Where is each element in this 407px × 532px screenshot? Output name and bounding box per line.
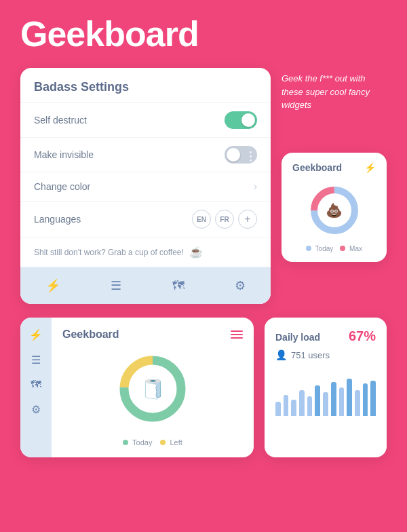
settings-nav: ⚡ ☰ 🗺 ⚙ <box>20 267 271 304</box>
toggle-make-invisible[interactable] <box>225 146 257 164</box>
dash-title: Geekboard <box>62 328 119 341</box>
bar-3 <box>291 400 296 417</box>
setting-row-make-invisible: Make invisible <box>20 137 271 172</box>
toggle-line <box>250 121 252 123</box>
setting-label-make-invisible: Make invisible <box>34 149 94 160</box>
top-section: Badass Settings Self destruct Make invis… <box>0 61 407 318</box>
toggle-self-destruct[interactable] <box>225 111 257 129</box>
bar-10 <box>347 379 352 416</box>
bar-7 <box>323 392 328 416</box>
settings-title: Badass Settings <box>20 68 271 102</box>
users-icon: 👤 <box>275 349 287 360</box>
chevron-icon: › <box>254 180 257 193</box>
nav-map[interactable]: 🗺 <box>167 276 190 296</box>
legend-dot-left <box>160 440 166 445</box>
daily-percent: 67% <box>349 328 376 344</box>
bar-12 <box>363 383 368 416</box>
legend-max: Max <box>340 245 362 252</box>
lang-badge-add[interactable]: + <box>238 210 257 229</box>
bar-chart <box>275 368 376 416</box>
daily-header: Daily load 67% <box>275 328 376 344</box>
settings-card: Badass Settings Self destruct Make invis… <box>20 68 271 304</box>
bar-2 <box>284 395 289 417</box>
dashboard-main: Geekboard 🧻 Today <box>52 318 254 457</box>
nav-bolt[interactable]: ⚡ <box>40 276 66 296</box>
daily-card: Daily load 67% 👤 751 users <box>265 318 387 457</box>
tagline: Geek the f*** out with these super cool … <box>282 68 376 112</box>
legend-today: Today <box>306 245 333 252</box>
legend-today-large: Today <box>123 438 152 446</box>
legend-today-label: Today <box>315 245 334 252</box>
widget-title: Geekboard <box>292 162 342 173</box>
toggle-lines <box>250 151 252 162</box>
lang-badge-fr[interactable]: FR <box>215 210 234 229</box>
nav-menu[interactable]: ☰ <box>105 276 127 296</box>
bar-8 <box>331 382 336 416</box>
coffee-text: Shit still don't work? Grab a cup of cof… <box>34 248 184 257</box>
setting-row-languages: Languages EN FR + <box>20 201 271 237</box>
legend-left-label: Left <box>170 438 182 446</box>
bar-5 <box>307 396 313 416</box>
donut-container-small: 💩 <box>292 180 376 241</box>
dash-header: Geekboard <box>62 328 243 341</box>
toggle-line <box>250 117 252 119</box>
toilet-paper-emoji: 🧻 <box>141 378 165 400</box>
lang-badge-en[interactable]: EN <box>192 210 211 229</box>
legend-dot-max <box>340 246 345 251</box>
bar-13 <box>370 381 376 416</box>
setting-label-self-destruct: Self destruct <box>34 115 87 126</box>
top-right-area: Geek the f*** out with these super cool … <box>282 68 387 262</box>
toggle-lines <box>250 117 252 127</box>
setting-label-change-color: Change color <box>34 181 90 192</box>
geekboard-mini-widget: Geekboard ⚡ 💩 Today Max <box>282 153 387 262</box>
sidebar-menu[interactable]: ☰ <box>31 354 41 366</box>
sidebar-settings[interactable]: ⚙ <box>31 403 41 416</box>
coffee-row: Shit still don't work? Grab a cup of cof… <box>20 237 271 267</box>
bar-6 <box>315 385 320 417</box>
toggle-line <box>250 125 252 127</box>
legend-max-label: Max <box>349 245 362 252</box>
hamburger-button[interactable] <box>231 330 243 339</box>
widget-header: Geekboard ⚡ <box>292 162 376 173</box>
bar-4 <box>299 390 305 417</box>
cloud-emoji: 💩 <box>326 202 343 218</box>
language-group: EN FR + <box>192 210 257 229</box>
legend-dot-today-large <box>123 440 128 445</box>
bar-9 <box>339 387 345 416</box>
sidebar-bolt[interactable]: ⚡ <box>29 328 43 341</box>
nav-settings[interactable]: ⚙ <box>229 276 251 296</box>
ham-line <box>231 330 243 332</box>
dash-legend: Today Left <box>62 438 243 446</box>
bolt-icon: ⚡ <box>364 162 376 173</box>
daily-title: Daily load <box>275 332 320 343</box>
bar-11 <box>355 390 360 417</box>
toggle-line <box>250 159 252 162</box>
bar-1 <box>275 402 281 416</box>
toggle-line <box>250 151 252 153</box>
users-row: 👤 751 users <box>275 349 376 360</box>
ham-line <box>231 337 243 339</box>
widget-legend: Today Max <box>292 245 376 252</box>
app-title: Geekboard <box>0 0 407 61</box>
donut-large-container: 🧻 <box>62 345 243 433</box>
coffee-icon: ☕ <box>189 246 203 259</box>
ham-line <box>231 334 243 335</box>
sidebar-nav: ⚡ ☰ 🗺 ⚙ <box>20 318 52 457</box>
legend-left: Left <box>160 438 182 446</box>
setting-row-change-color[interactable]: Change color › <box>20 172 271 201</box>
users-count: 751 users <box>291 350 330 360</box>
dashboard-card: ⚡ ☰ 🗺 ⚙ Geekboard 🧻 <box>20 318 254 457</box>
setting-row-self-destruct: Self destruct <box>20 102 271 137</box>
legend-dot-today <box>306 246 311 251</box>
legend-today-large-label: Today <box>132 438 152 446</box>
setting-label-languages: Languages <box>34 214 81 225</box>
bottom-section: ⚡ ☰ 🗺 ⚙ Geekboard 🧻 <box>0 318 407 471</box>
toggle-line <box>250 155 252 157</box>
sidebar-map[interactable]: 🗺 <box>31 379 41 391</box>
